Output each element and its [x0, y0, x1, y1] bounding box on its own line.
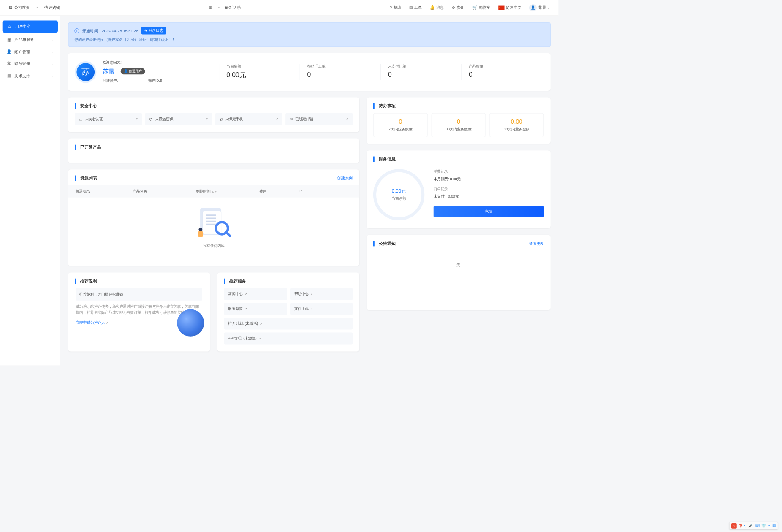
chevron-down-icon: ⌄: [548, 6, 550, 9]
chevron-down-icon: ⌄: [51, 38, 54, 42]
service-help[interactable]: 帮助中心↗: [290, 288, 353, 300]
sidebar-item-user-center[interactable]: ⌂用户中心: [3, 21, 58, 33]
quick-shop-link[interactable]: 快速购物: [44, 5, 60, 11]
todo-card: 待办事项 07天内业务数量 030天内业务数量 0.0030天内业务金额: [367, 98, 551, 144]
col-fee[interactable]: 费用: [259, 189, 296, 194]
home-icon: ⌂: [7, 24, 12, 29]
resources-table-header: 机器状态 产品名称 到期时间▲▼ 费用 IP: [68, 185, 359, 197]
sort-icon: ▲▼: [212, 190, 217, 193]
security-realname[interactable]: ▭未实名认证↗: [75, 113, 142, 125]
globe-illustration: [177, 309, 204, 337]
resources-title: 资源列表: [75, 176, 97, 181]
recommended-services-card: 推荐服务 新闻中心↗ 帮助中心↗ 服务条款↗ 文件下载↗ 推介计划: (未激活)…: [217, 272, 359, 351]
fee-icon: ⊖: [452, 5, 455, 10]
announcement-card: 公告通知 查看更多 无: [367, 235, 551, 310]
separator: •: [36, 5, 38, 10]
external-icon: ↗: [244, 307, 247, 311]
language-switch[interactable]: 简体中文: [498, 5, 521, 11]
col-ip[interactable]: IP: [299, 189, 335, 194]
security-email[interactable]: ✉已绑定邮箱↗: [285, 113, 353, 125]
chevron-down-icon: ⌄: [51, 50, 54, 54]
empty-illustration: [197, 206, 231, 240]
dollar-icon: Ⓢ: [7, 62, 11, 66]
sidebar-item-account[interactable]: 👤账户管理⌄: [0, 46, 60, 58]
service-download[interactable]: 文件下载↗: [290, 303, 353, 315]
service-news[interactable]: 新闻中心↗: [224, 288, 287, 300]
user-menu[interactable]: 👤苏晨⌄: [529, 4, 550, 11]
cart-link[interactable]: 🛒购物车: [472, 5, 491, 11]
ticket-icon: ▤: [409, 5, 413, 10]
welcome-text: 欢迎您回来!: [103, 60, 211, 65]
apply-referral-link[interactable]: 立即申请为推介人 ↗: [76, 320, 109, 325]
sidebar-item-products[interactable]: ▦产品与服务⌄: [0, 34, 60, 46]
sidebar-item-support[interactable]: ▤技术支持⌄: [0, 70, 60, 82]
home-link[interactable]: 🖥公司首页: [8, 5, 30, 11]
stat-balance: 当前余额0.00元: [219, 64, 299, 80]
chevron-down-icon: ⌄: [51, 62, 54, 66]
security-title: 安全中心: [75, 103, 97, 109]
sidebar-item-label: 产品与服务: [14, 37, 34, 43]
user-icon: 👤: [124, 69, 128, 73]
opened-title: 已开通产品: [75, 145, 101, 150]
user-level-badge: 👤普通用户: [121, 68, 145, 74]
latest-activity-link[interactable]: 最新活动: [225, 5, 241, 11]
user-avatar: 苏: [76, 63, 95, 81]
apps-grid-icon[interactable]: ▦: [209, 5, 213, 10]
external-icon: ↗: [310, 307, 313, 311]
fees-link[interactable]: ⊖费用: [452, 5, 464, 11]
tickets-link[interactable]: ▤工单: [409, 5, 422, 11]
login-log-button[interactable]: ✈登录日志: [141, 27, 166, 35]
external-icon: ↗: [106, 321, 109, 324]
consume-record-label[interactable]: 消费记录: [434, 169, 544, 174]
person-icon: 👤: [7, 49, 11, 54]
services-title: 推荐服务: [224, 279, 247, 284]
cart-icon: 🛒: [472, 5, 477, 10]
external-icon: ↗: [310, 293, 313, 296]
sidebar-item-finance[interactable]: Ⓢ财务管理⌄: [0, 58, 60, 70]
help-link[interactable]: ?帮助: [390, 5, 401, 11]
sidebar-item-label: 用户中心: [15, 24, 31, 29]
shield-icon: 🛡: [149, 117, 153, 121]
col-expiry[interactable]: 到期时间▲▼: [196, 189, 256, 194]
mail-icon: ✉: [290, 117, 293, 121]
order-record-label[interactable]: 订单记录: [434, 187, 544, 192]
external-icon: ↗: [205, 117, 208, 121]
external-icon: ↗: [244, 293, 247, 296]
phone-icon: ✆: [220, 117, 223, 121]
finance-title: 财务信息: [373, 157, 396, 162]
account-id: 账户ID:5: [148, 79, 162, 84]
view-more-link[interactable]: 查看更多: [529, 241, 544, 246]
topbar: 🖥公司首页 • 快速购物 ▦ • 最新活动 ?帮助 ▤工单 🔔消息 ⊖费用 🛒购…: [0, 0, 558, 16]
col-status[interactable]: 机器状态: [76, 189, 130, 194]
create-instance-link[interactable]: 创建实例: [337, 176, 353, 181]
user-overview-card: 苏 欢迎您回来! 苏晨 👤普通用户 登陆账户: 账户ID:5 当前余额0.00元…: [68, 53, 550, 91]
alert-verify-text: 您的账户尚未进行 （账户实名 手机号） 验证！请前往认证！！: [74, 38, 544, 43]
grid-icon: ▦: [7, 38, 11, 42]
resource-list-card: 资源列表 创建实例 机器状态 产品名称 到期时间▲▼ 费用 IP: [68, 169, 359, 266]
security-secret[interactable]: 🛡未设置密保↗: [145, 113, 212, 125]
login-account-label: 登陆账户:: [103, 79, 118, 84]
service-api[interactable]: API管理: (未激活)↗: [224, 333, 353, 345]
info-icon: i: [74, 28, 79, 33]
help-icon: ?: [390, 5, 392, 10]
messages-link[interactable]: 🔔消息: [430, 5, 444, 11]
referral-card: 推荐返利 推荐返利，无门槛轻松赚钱 成为演示站推介使者，新客户通过推广链接注册与…: [68, 272, 210, 351]
col-product-name[interactable]: 产品名称: [133, 189, 193, 194]
service-referral-plan[interactable]: 推介计划: (未激活)↗: [224, 318, 353, 330]
sidebar: ⌂用户中心 ▦产品与服务⌄ 👤账户管理⌄ Ⓢ财务管理⌄ ▤技术支持⌄: [0, 16, 60, 365]
todo-title: 待办事项: [373, 103, 396, 109]
id-card-icon: ▭: [79, 117, 82, 121]
service-tos[interactable]: 服务条款↗: [224, 303, 287, 315]
recharge-button[interactable]: 充值: [434, 206, 544, 217]
external-icon: ↗: [135, 117, 138, 121]
stat-products: 产品数量0: [461, 64, 542, 80]
opened-time-label: 开通时间：2024-04-28 15:51:38: [82, 28, 138, 33]
security-phone[interactable]: ✆未绑定手机↗: [215, 113, 282, 125]
referral-subtitle: 推荐返利，无门槛轻松赚钱: [76, 288, 202, 301]
external-icon: ↗: [276, 117, 278, 121]
sidebar-item-label: 账户管理: [14, 49, 30, 54]
todo-30day-amount: 0.0030天内业务金额: [489, 113, 544, 137]
opened-products-card: 已开通产品: [68, 138, 359, 163]
todo-7day: 07天内业务数量: [373, 113, 428, 137]
external-icon: ↗: [258, 337, 261, 340]
